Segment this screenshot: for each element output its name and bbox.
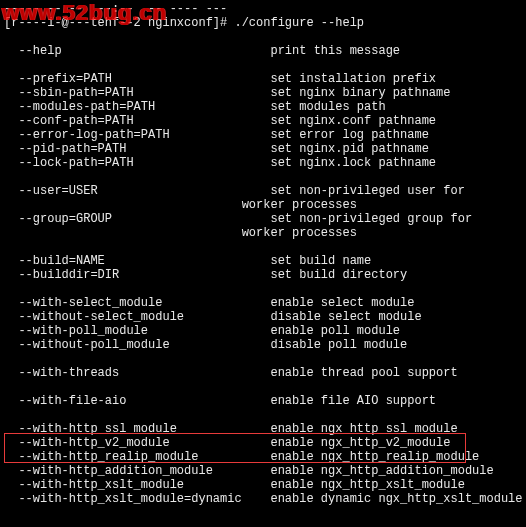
terminal-output: ----- -- -- --:-- -- ---- --- [r----i-@-… — [0, 0, 526, 510]
